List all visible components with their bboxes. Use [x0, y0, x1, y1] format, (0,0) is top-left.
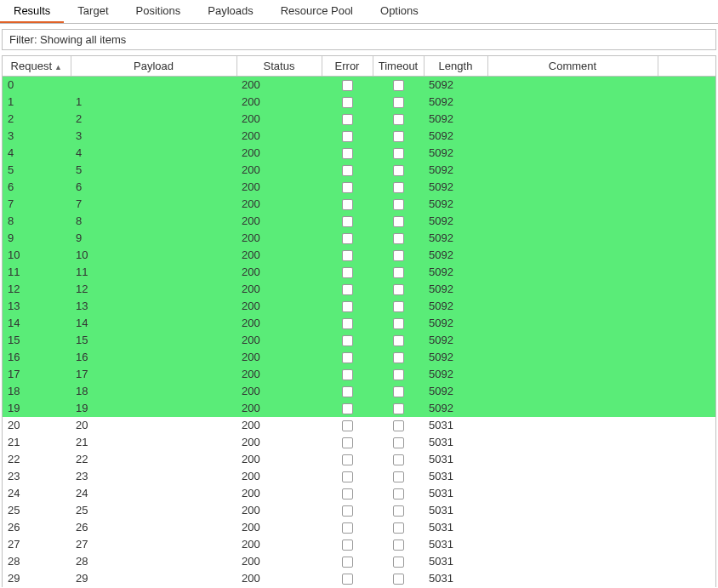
table-row[interactable]: 17172005092 [3, 366, 715, 383]
timeout-checkbox[interactable] [393, 488, 404, 500]
error-checkbox[interactable] [342, 250, 353, 261]
error-checkbox[interactable] [342, 182, 353, 193]
error-checkbox[interactable] [342, 199, 353, 210]
table-row[interactable]: 442005092 [3, 145, 715, 162]
error-checkbox[interactable] [342, 386, 353, 397]
error-checkbox[interactable] [342, 403, 353, 414]
timeout-checkbox[interactable] [393, 199, 404, 210]
timeout-checkbox[interactable] [393, 80, 404, 91]
tab-target[interactable]: Target [64, 0, 122, 23]
table-row[interactable]: 882005092 [3, 213, 715, 230]
timeout-checkbox[interactable] [393, 267, 404, 278]
timeout-checkbox[interactable] [393, 182, 404, 193]
timeout-checkbox[interactable] [393, 574, 404, 585]
column-header-request[interactable]: Request▲ [3, 56, 71, 77]
error-checkbox[interactable] [342, 488, 353, 500]
error-checkbox[interactable] [342, 233, 353, 244]
timeout-checkbox[interactable] [393, 403, 404, 414]
table-row[interactable]: 29292005031 [3, 570, 715, 587]
error-checkbox[interactable] [342, 301, 353, 312]
error-checkbox[interactable] [342, 335, 353, 346]
table-row[interactable]: 772005092 [3, 196, 715, 213]
error-checkbox[interactable] [342, 318, 353, 329]
table-row[interactable]: 24242005031 [3, 485, 715, 502]
table-row[interactable]: 18182005092 [3, 383, 715, 400]
table-row[interactable]: 112005092 [3, 94, 715, 111]
timeout-checkbox[interactable] [393, 284, 404, 295]
column-header-timeout[interactable]: Timeout [373, 56, 424, 77]
error-checkbox[interactable] [342, 114, 353, 125]
table-row[interactable]: 15152005092 [3, 332, 715, 349]
table-row[interactable]: 11112005092 [3, 264, 715, 281]
table-row[interactable]: 222005092 [3, 111, 715, 128]
error-checkbox[interactable] [342, 131, 353, 142]
timeout-checkbox[interactable] [393, 437, 404, 448]
timeout-checkbox[interactable] [393, 539, 404, 551]
error-checkbox[interactable] [342, 165, 353, 176]
column-header-payload[interactable]: Payload [71, 56, 236, 77]
table-row[interactable]: 992005092 [3, 230, 715, 247]
error-checkbox[interactable] [342, 557, 353, 568]
tab-payloads[interactable]: Payloads [194, 0, 266, 23]
error-checkbox[interactable] [342, 574, 353, 585]
error-checkbox[interactable] [342, 80, 353, 91]
table-row[interactable]: 20202005031 [3, 417, 715, 434]
tab-results[interactable]: Results [0, 0, 64, 23]
timeout-checkbox[interactable] [393, 216, 404, 227]
table-row[interactable]: 12122005092 [3, 281, 715, 298]
tab-positions[interactable]: Positions [123, 0, 195, 23]
timeout-checkbox[interactable] [393, 114, 404, 125]
timeout-checkbox[interactable] [393, 335, 404, 346]
table-row[interactable]: 21212005031 [3, 434, 715, 451]
table-row[interactable]: 662005092 [3, 179, 715, 196]
error-checkbox[interactable] [342, 284, 353, 295]
error-checkbox[interactable] [342, 471, 353, 482]
timeout-checkbox[interactable] [393, 505, 404, 517]
timeout-checkbox[interactable] [393, 301, 404, 312]
table-row[interactable]: 13132005092 [3, 298, 715, 315]
tab-options[interactable]: Options [367, 0, 432, 23]
error-checkbox[interactable] [342, 267, 353, 278]
table-row[interactable]: 23232005031 [3, 468, 715, 485]
column-header-status[interactable]: Status [236, 56, 322, 77]
tab-resource-pool[interactable]: Resource Pool [267, 0, 367, 23]
table-row[interactable]: 25252005031 [3, 502, 715, 519]
table-row[interactable]: 22222005031 [3, 451, 715, 468]
error-checkbox[interactable] [342, 352, 353, 363]
timeout-checkbox[interactable] [393, 233, 404, 244]
error-checkbox[interactable] [342, 369, 353, 380]
timeout-checkbox[interactable] [393, 386, 404, 397]
error-checkbox[interactable] [342, 97, 353, 108]
error-checkbox[interactable] [342, 522, 353, 534]
timeout-checkbox[interactable] [393, 250, 404, 261]
timeout-checkbox[interactable] [393, 318, 404, 329]
filter-bar[interactable]: Filter: Showing all items [2, 29, 716, 50]
table-row[interactable]: 552005092 [3, 162, 715, 179]
table-row[interactable]: 02005092 [3, 77, 715, 94]
table-row[interactable]: 332005092 [3, 128, 715, 145]
timeout-checkbox[interactable] [393, 420, 404, 431]
table-row[interactable]: 26262005031 [3, 519, 715, 536]
table-row[interactable]: 19192005092 [3, 400, 715, 417]
error-checkbox[interactable] [342, 505, 353, 517]
timeout-checkbox[interactable] [393, 131, 404, 142]
error-checkbox[interactable] [342, 148, 353, 159]
error-checkbox[interactable] [342, 216, 353, 227]
timeout-checkbox[interactable] [393, 352, 404, 363]
error-checkbox[interactable] [342, 454, 353, 465]
error-checkbox[interactable] [342, 539, 353, 551]
timeout-checkbox[interactable] [393, 148, 404, 159]
error-checkbox[interactable] [342, 420, 353, 431]
timeout-checkbox[interactable] [393, 471, 404, 482]
timeout-checkbox[interactable] [393, 165, 404, 176]
timeout-checkbox[interactable] [393, 454, 404, 465]
timeout-checkbox[interactable] [393, 369, 404, 380]
column-header-comment[interactable]: Comment [487, 56, 658, 77]
table-row[interactable]: 28282005031 [3, 553, 715, 570]
timeout-checkbox[interactable] [393, 557, 404, 568]
error-checkbox[interactable] [342, 437, 353, 448]
column-header-length[interactable]: Length [424, 56, 487, 77]
column-header-error[interactable]: Error [322, 56, 373, 77]
table-row[interactable]: 16162005092 [3, 349, 715, 366]
table-row[interactable]: 27272005031 [3, 536, 715, 553]
